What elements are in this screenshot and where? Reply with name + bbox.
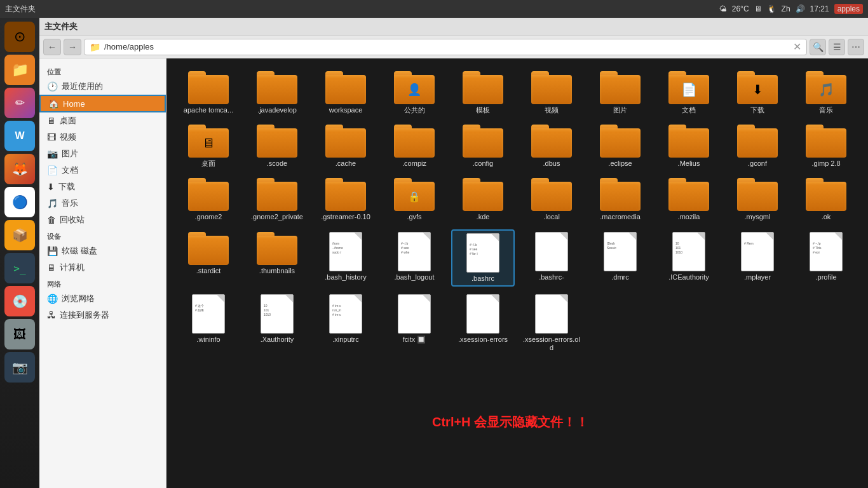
file-label: .gstreamer-0.10 [321, 213, 370, 221]
file-doc-icon: # Rem [741, 232, 774, 271]
file-item[interactable]: .gconf [726, 122, 789, 170]
sidebar-item-pictures[interactable]: 📷 图片 [39, 146, 166, 162]
file-item[interactable]: .dbus [520, 122, 583, 170]
file-item[interactable]: .gstreamer-0.10 [314, 175, 377, 224]
dock-firefox[interactable]: 🦊 [4, 154, 35, 184]
file-grid[interactable]: apache tomca....javadevelopworkspace👤公共的… [166, 58, 868, 488]
dock-mypaint[interactable]: ✏ [4, 88, 35, 118]
file-item[interactable]: .bashrc- [520, 229, 583, 287]
file-item[interactable]: #~/.b# see# for i.bashrc [451, 229, 515, 287]
file-doc-icon [535, 294, 568, 334]
file-item[interactable]: apache tomca... [177, 69, 240, 117]
forward-button[interactable]: → [64, 39, 81, 55]
sidebar-item-floppy[interactable]: 💾 软磁 磁盘 [39, 243, 166, 259]
sidebar-item-recent[interactable]: 🕐 最近使用的 [39, 78, 166, 95]
sidebar-item-computer[interactable]: 🖥 计算机 [39, 259, 166, 276]
folder-icon [257, 178, 297, 211]
user-badge[interactable]: apples [834, 4, 863, 14]
file-item[interactable]: .thumbnails [245, 229, 309, 287]
dock-item-9[interactable]: 🖼 [4, 319, 35, 349]
file-item[interactable]: #~/.b# see# whe.bash_logout [383, 229, 446, 287]
dock-brasero[interactable]: 💿 [4, 286, 35, 316]
file-item[interactable]: 模板 [451, 69, 515, 117]
menu-button[interactable]: ☰ [829, 39, 845, 55]
sidebar-item-documents[interactable]: 📄 文档 [39, 162, 166, 179]
file-item[interactable]: .stardict [177, 229, 240, 287]
file-label: .local [543, 213, 560, 221]
file-label: .mysgml [745, 213, 771, 221]
folder-icon: 🖥 [188, 125, 229, 158]
file-item[interactable]: # Rem.mplayer [726, 229, 789, 287]
file-item[interactable]: fcitx 🔲 [383, 292, 446, 355]
file-item[interactable]: 101011010.ICEauthority [657, 229, 721, 287]
file-label: .bash_logout [395, 273, 435, 281]
file-item[interactable]: .macromedia [588, 175, 652, 224]
file-item[interactable]: ⬇下载 [726, 69, 789, 117]
file-item[interactable]: .xsession-errors.old [520, 292, 583, 355]
file-item[interactable]: .kde [451, 175, 515, 224]
file-item[interactable]: # ~./p# This# exi.profile [794, 229, 858, 287]
file-item[interactable]: .gimp 2.8 [794, 122, 858, 170]
sidebar-item-browse-network[interactable]: 🌐 浏览网络 [39, 290, 166, 307]
file-item[interactable]: .javadevelop [245, 69, 309, 117]
sidebar-label-home: Home [63, 99, 85, 109]
file-label: 下载 [750, 106, 764, 114]
file-item[interactable]: .gnome2_private [245, 175, 309, 224]
dock-files[interactable]: 📁 [4, 55, 35, 85]
dock-writer[interactable]: W [4, 121, 35, 151]
file-item[interactable]: .mysgml [726, 175, 789, 224]
folder-icon: 📁 [90, 42, 100, 52]
sidebar-item-videos[interactable]: 🎞 视频 [39, 129, 166, 146]
clear-address-button[interactable]: ✕ [793, 41, 801, 53]
file-label: .gvfs [407, 213, 421, 221]
file-item[interactable]: .cache [314, 122, 377, 170]
file-item[interactable]: workspace [314, 69, 377, 117]
dock-ubuntu[interactable]: ⊙ [4, 22, 35, 52]
address-bar[interactable]: 📁 /home/apples ✕ [84, 39, 807, 55]
dock-synaptic[interactable]: 📦 [4, 220, 35, 250]
toolbar-right: 🔍 ☰ ⋯ [810, 39, 864, 55]
file-item[interactable]: # 这个# 如果.wininfo [177, 292, 240, 355]
sidebar-item-connect-server[interactable]: 🖧 连接到服务器 [39, 307, 166, 323]
file-item[interactable]: # im-crun_in# im-c.xinputrc [314, 292, 377, 355]
sidebar-item-downloads[interactable]: ⬇ 下载 [39, 179, 166, 195]
file-item[interactable]: .eclipse [588, 122, 652, 170]
dock-camera[interactable]: 📷 [4, 352, 35, 383]
file-item[interactable]: [DeskSessic.dmrc [588, 229, 652, 287]
sidebar-item-home[interactable]: 🏠 Home [39, 95, 166, 112]
file-item[interactable]: .xsession-errors [451, 292, 515, 355]
folder-icon [531, 125, 572, 158]
file-item[interactable]: 🔒.gvfs [383, 175, 446, 224]
file-item[interactable]: 视频 [520, 69, 583, 117]
file-item[interactable]: 101011010.Xauthority [245, 292, 309, 355]
time-display: 17:21 [810, 4, 829, 13]
file-item[interactable]: 🎵音乐 [794, 69, 858, 117]
file-label: .dbus [543, 159, 560, 168]
file-item[interactable]: 📄文档 [657, 69, 721, 117]
more-button[interactable]: ⋯ [848, 39, 864, 55]
file-item[interactable]: .scode [245, 122, 309, 170]
back-button[interactable]: ← [43, 39, 61, 55]
linux-icon: 🐧 [767, 4, 776, 13]
sidebar-item-desktop[interactable]: 🖥 桌面 [39, 112, 166, 129]
sidebar-item-trash[interactable]: 🗑 回收站 [39, 212, 166, 228]
file-item[interactable]: .gnome2 [177, 175, 240, 224]
file-item[interactable]: .ok [794, 175, 858, 224]
file-item[interactable]: 👤公共的 [383, 69, 446, 117]
computer-icon: 🖥 [47, 262, 56, 273]
dock-chrome[interactable]: 🔵 [4, 187, 35, 217]
file-item[interactable]: .config [451, 122, 515, 170]
file-item[interactable]: .compiz [383, 122, 446, 170]
file-label: .wininfo [196, 336, 220, 344]
file-item[interactable]: .local [520, 175, 583, 224]
file-item[interactable]: 图片 [588, 69, 652, 117]
file-item[interactable]: .mozila [657, 175, 721, 224]
file-item[interactable]: /hom~/homesudo /.bash_history [314, 229, 377, 287]
sidebar-item-music[interactable]: 🎵 音乐 [39, 195, 166, 212]
file-doc-icon [535, 232, 568, 271]
locations-section: 位置 [39, 64, 166, 78]
file-item[interactable]: .Melius [657, 122, 721, 170]
dock-terminal[interactable]: >_ [4, 253, 35, 283]
file-item[interactable]: 🖥桌面 [177, 122, 240, 170]
search-button[interactable]: 🔍 [810, 39, 826, 55]
